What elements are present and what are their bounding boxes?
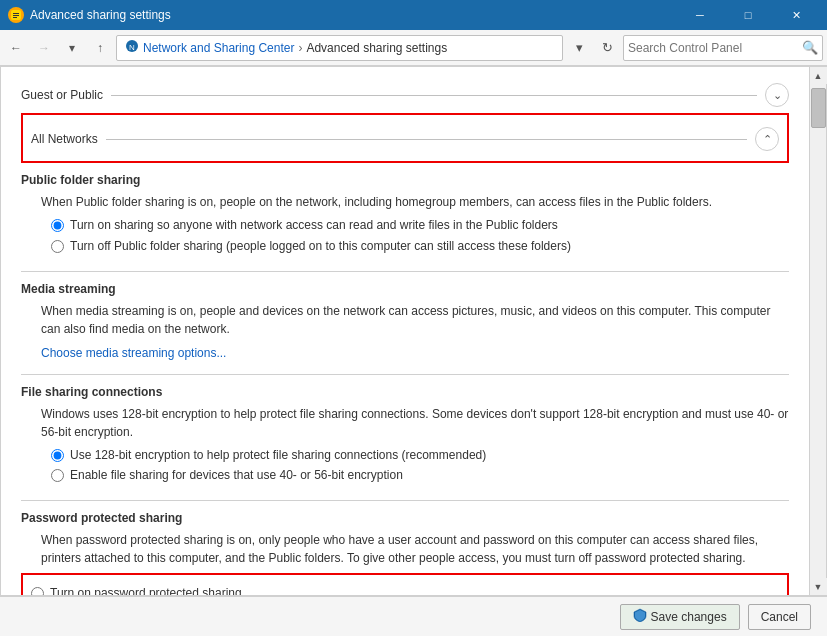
save-button[interactable]: Save changes xyxy=(620,604,740,630)
file-sharing-description: Windows uses 128-bit encryption to help … xyxy=(21,405,789,441)
search-box[interactable]: 🔍 xyxy=(623,35,823,61)
password-sharing-radio-on[interactable] xyxy=(31,587,44,595)
maximize-button[interactable]: □ xyxy=(725,0,771,30)
file-sharing-label-40[interactable]: Enable file sharing for devices that use… xyxy=(70,467,403,484)
divider-2 xyxy=(21,374,789,375)
public-folder-option-off[interactable]: Turn off Public folder sharing (people l… xyxy=(21,238,789,255)
app-icon xyxy=(8,7,24,23)
public-folder-radio-on[interactable] xyxy=(51,219,64,232)
window-controls: ─ □ ✕ xyxy=(677,0,819,30)
password-sharing-options-box: Turn on password protected sharing Turn … xyxy=(21,573,789,595)
search-input[interactable] xyxy=(628,41,802,55)
password-sharing-heading: Password protected sharing xyxy=(21,509,789,527)
breadcrumb-arrow: › xyxy=(298,41,302,55)
scrollbar[interactable]: ▲ ▼ xyxy=(809,67,826,595)
all-networks-chevron[interactable]: ⌃ xyxy=(755,127,779,151)
public-folder-heading: Public folder sharing xyxy=(21,171,789,189)
svg-text:N: N xyxy=(129,43,135,52)
refresh-button[interactable]: ↻ xyxy=(595,36,619,60)
all-networks-section-header[interactable]: All Networks ⌃ xyxy=(31,127,779,151)
scrollbar-up[interactable]: ▲ xyxy=(810,67,827,84)
divider-1 xyxy=(21,271,789,272)
public-folder-description: When Public folder sharing is on, people… xyxy=(21,193,789,211)
dropdown-button[interactable]: ▾ xyxy=(567,36,591,60)
password-sharing-section: Password protected sharing When password… xyxy=(21,505,789,595)
addressbar: ← → ▾ ↑ N Network and Sharing Center › A… xyxy=(0,30,827,66)
svg-rect-1 xyxy=(13,13,19,14)
public-folder-option-on[interactable]: Turn on sharing so anyone with network a… xyxy=(21,217,789,234)
main-area: Guest or Public ⌄ All Networks ⌃ Public … xyxy=(0,66,827,596)
public-folder-radio-off[interactable] xyxy=(51,240,64,253)
file-sharing-radio-40[interactable] xyxy=(51,469,64,482)
back-button[interactable]: ← xyxy=(4,36,28,60)
all-networks-section: All Networks ⌃ xyxy=(21,113,789,163)
search-button[interactable]: 🔍 xyxy=(802,40,818,55)
svg-rect-2 xyxy=(13,15,19,16)
password-sharing-option-on[interactable]: Turn on password protected sharing xyxy=(31,585,779,595)
content-panel: Guest or Public ⌄ All Networks ⌃ Public … xyxy=(1,67,809,595)
shield-icon xyxy=(633,608,647,625)
public-folder-section: Public folder sharing When Public folder… xyxy=(21,167,789,267)
guest-public-label: Guest or Public xyxy=(21,88,103,102)
media-streaming-link[interactable]: Choose media streaming options... xyxy=(41,346,226,360)
forward-button[interactable]: → xyxy=(32,36,56,60)
media-streaming-heading: Media streaming xyxy=(21,280,789,298)
file-sharing-section: File sharing connections Windows uses 12… xyxy=(21,379,789,497)
file-sharing-heading: File sharing connections xyxy=(21,383,789,401)
breadcrumb-network[interactable]: Network and Sharing Center xyxy=(143,41,294,55)
file-sharing-label-128[interactable]: Use 128-bit encryption to help protect f… xyxy=(70,447,486,464)
bottom-bar: Save changes Cancel xyxy=(0,596,827,636)
all-networks-line xyxy=(106,139,747,140)
guest-public-chevron[interactable]: ⌄ xyxy=(765,83,789,107)
file-sharing-option-128[interactable]: Use 128-bit encryption to help protect f… xyxy=(21,447,789,464)
minimize-button[interactable]: ─ xyxy=(677,0,723,30)
titlebar: Advanced sharing settings ─ □ ✕ xyxy=(0,0,827,30)
guest-public-section-header[interactable]: Guest or Public ⌄ xyxy=(21,83,789,107)
all-networks-label: All Networks xyxy=(31,132,98,146)
divider-3 xyxy=(21,500,789,501)
cancel-button[interactable]: Cancel xyxy=(748,604,811,630)
media-streaming-section: Media streaming When media streaming is … xyxy=(21,276,789,370)
recent-button[interactable]: ▾ xyxy=(60,36,84,60)
public-folder-label-on[interactable]: Turn on sharing so anyone with network a… xyxy=(70,217,558,234)
scrollbar-down[interactable]: ▼ xyxy=(810,578,827,595)
address-path[interactable]: N Network and Sharing Center › Advanced … xyxy=(116,35,563,61)
file-sharing-radio-128[interactable] xyxy=(51,449,64,462)
svg-rect-3 xyxy=(13,17,17,18)
media-streaming-description: When media streaming is on, people and d… xyxy=(21,302,789,338)
password-sharing-description: When password protected sharing is on, o… xyxy=(21,531,789,567)
app-icon-small: N xyxy=(125,39,139,56)
section-line xyxy=(111,95,757,96)
save-label: Save changes xyxy=(651,610,727,624)
window-title: Advanced sharing settings xyxy=(30,8,677,22)
breadcrumb-current: Advanced sharing settings xyxy=(306,41,447,55)
password-sharing-label-on[interactable]: Turn on password protected sharing xyxy=(50,585,242,595)
scrollbar-thumb[interactable] xyxy=(811,88,826,128)
close-button[interactable]: ✕ xyxy=(773,0,819,30)
file-sharing-option-40[interactable]: Enable file sharing for devices that use… xyxy=(21,467,789,484)
up-button[interactable]: ↑ xyxy=(88,36,112,60)
public-folder-label-off[interactable]: Turn off Public folder sharing (people l… xyxy=(70,238,571,255)
